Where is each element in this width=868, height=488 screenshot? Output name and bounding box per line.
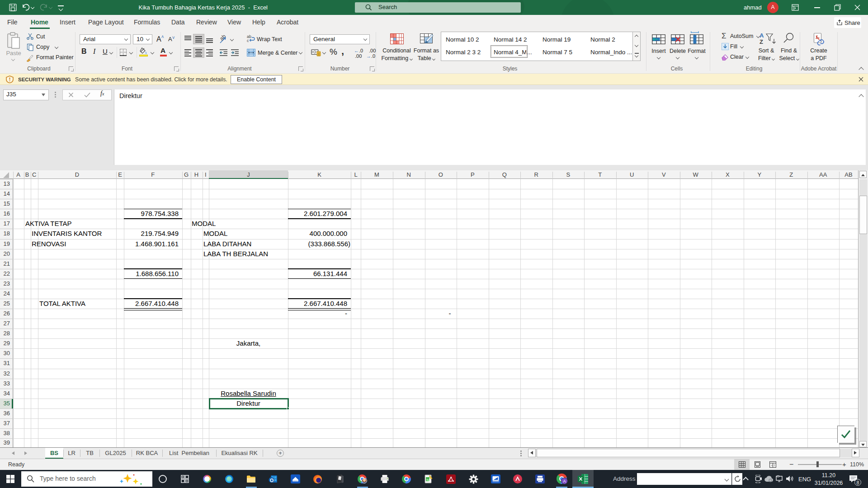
svg-text:c: c [247, 38, 249, 42]
svg-text:O: O [270, 478, 274, 483]
